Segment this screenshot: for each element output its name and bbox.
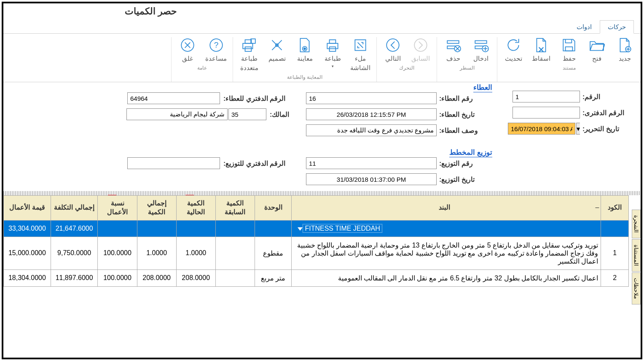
col-total-qty[interactable]: إجمالي الكمية	[137, 196, 176, 221]
insert-button[interactable]: ادخال	[471, 37, 491, 62]
page-title: حصر الكميات	[125, 6, 177, 17]
input-book-number[interactable]	[513, 107, 580, 119]
label-dist-date: تاريخ التوزيع:	[437, 175, 492, 183]
svg-point-8	[386, 39, 399, 51]
input-bid-number[interactable]	[306, 92, 437, 104]
col-total-cost[interactable]: إجمالي التكلفة	[51, 196, 98, 221]
input-edit-date[interactable]	[508, 123, 575, 135]
col-work-pct[interactable]: نسبة الأعمال	[98, 196, 137, 221]
print-button[interactable]: طباعة ▾	[322, 37, 343, 72]
insert-row-icon	[473, 37, 489, 53]
label-bid-date: تاريخ العطاء:	[437, 110, 492, 119]
table-row[interactable]: FITNESS TIME JEDDAH21,647.600033,304.000…	[4, 220, 629, 237]
date-dropdown-icon[interactable]: ▾	[576, 123, 580, 135]
side-tab-excluded[interactable]: المستثناة	[632, 239, 641, 272]
group-label-document: مستند	[563, 65, 576, 71]
svg-rect-1	[475, 40, 486, 43]
input-dist-date[interactable]	[306, 173, 437, 185]
folder-open-icon	[589, 37, 605, 53]
group-label-row: السطر	[460, 65, 475, 71]
separator	[3, 191, 641, 195]
label-book-number: الرقم الدفترى:	[581, 109, 636, 117]
label-number: الرقم:	[581, 93, 636, 101]
input-dist-number[interactable]	[306, 157, 437, 169]
label-bid-desc: وصف العطاء:	[437, 127, 492, 135]
label-edit-date: تاريخ التحرير:	[581, 125, 636, 133]
tab-bar: حركات ادوات	[3, 20, 641, 34]
svg-text:?: ?	[214, 40, 218, 49]
new-doc-icon	[617, 37, 633, 53]
data-table: الكود – البند الوحدة الكمية السابقة الكم…	[3, 195, 629, 287]
col-code[interactable]: الكود	[601, 196, 629, 221]
close-icon	[180, 37, 196, 53]
svg-rect-11	[330, 40, 336, 43]
preview-button[interactable]: معاينة	[295, 37, 315, 72]
label-dist-book-number: الرقم الدفتري للتوزيع:	[221, 159, 305, 167]
collapse-icon[interactable]: –	[595, 203, 599, 212]
svg-point-7	[414, 39, 427, 51]
label-dist-number: رقم التوزيع:	[437, 159, 492, 167]
svg-rect-18	[245, 47, 252, 51]
input-bid-date[interactable]	[306, 108, 437, 120]
input-bid-desc[interactable]	[306, 124, 437, 136]
col-curr-qty[interactable]: الكمية الحالية	[176, 196, 215, 221]
label-owner: المالك:	[267, 110, 305, 119]
col-work-value[interactable]: قيمة الأعمال	[4, 196, 51, 221]
label-bid-book-number: الرقم الدفتري للعطاء:	[221, 94, 305, 102]
arrow-right-icon	[413, 37, 429, 53]
refresh-icon	[505, 37, 521, 53]
svg-rect-4	[447, 40, 459, 43]
save-icon	[561, 37, 577, 53]
table-row[interactable]: 1توريد وتركيب سقايل من الدخل بارتفاع 5 م…	[4, 237, 629, 269]
close-button[interactable]: غلق	[177, 37, 198, 62]
open-button[interactable]: فتح	[587, 37, 607, 62]
refresh-button[interactable]: تحديث	[503, 37, 523, 62]
col-item[interactable]: – البند	[292, 196, 601, 221]
delete-button[interactable]: حذف	[443, 37, 463, 62]
svg-rect-10	[327, 43, 338, 49]
group-label-move: التحرك	[399, 65, 414, 71]
design-button[interactable]: تصميم	[267, 37, 287, 72]
next-button[interactable]: التالي	[383, 37, 403, 62]
drop-doc-icon	[533, 37, 549, 53]
input-dist-book-number[interactable]	[127, 157, 220, 169]
svg-rect-12	[330, 47, 336, 51]
group-label-general: عامة	[197, 65, 207, 71]
tab-tools[interactable]: ادوات	[569, 20, 600, 33]
drop-button[interactable]: اسقاط	[531, 37, 551, 62]
input-owner-code[interactable]	[228, 108, 266, 120]
svg-rect-17	[245, 40, 252, 43]
new-button[interactable]: جديد	[614, 37, 635, 62]
legend-dist: توزيع المخطط	[449, 148, 492, 157]
form-area: الرقم: الرقم الدفترى: تاريخ التحرير: ▾ ا…	[3, 82, 641, 191]
table-area: الشجرة المستثناة ملاحظات الكود – البند ا…	[3, 195, 629, 287]
arrow-left-icon	[385, 37, 401, 53]
col-unit[interactable]: الوحدة	[255, 196, 292, 221]
side-tab-tree[interactable]: الشجرة	[632, 210, 641, 238]
help-button[interactable]: ? مساعدة	[205, 37, 227, 62]
input-bid-book-number[interactable]	[127, 92, 220, 104]
group-label-preview: المعاينة والطباعة	[287, 74, 322, 80]
multiprint-button[interactable]: طباعة متعددة	[239, 37, 259, 72]
legend-bid: العطاء	[473, 83, 492, 92]
preview-icon	[297, 37, 313, 53]
save-button[interactable]: حفظ	[559, 37, 579, 62]
col-prev-qty[interactable]: الكمية السابقة	[215, 196, 255, 221]
multiprint-icon	[241, 37, 257, 53]
tab-movements[interactable]: حركات	[600, 20, 634, 34]
delete-row-icon	[445, 37, 461, 53]
fullscreen-icon	[352, 37, 368, 53]
label-bid-number: رقم العطاء:	[437, 94, 492, 102]
prev-button: السابق	[411, 37, 431, 62]
input-owner-name[interactable]	[126, 108, 228, 120]
input-number[interactable]	[513, 91, 580, 102]
side-tab-notes[interactable]: ملاحظات	[632, 272, 641, 304]
help-icon: ?	[208, 37, 224, 53]
design-icon	[269, 37, 285, 53]
table-row[interactable]: 2اعمال تكسير الجدار بالكامل بطول 32 متر …	[4, 269, 629, 286]
svg-point-14	[304, 48, 306, 49]
ribbon: جديد فتح حفظ اسقاط تحديث	[3, 34, 641, 82]
fullscreen-button[interactable]: ملء الشاشة	[350, 37, 370, 72]
printer-icon	[325, 37, 341, 53]
